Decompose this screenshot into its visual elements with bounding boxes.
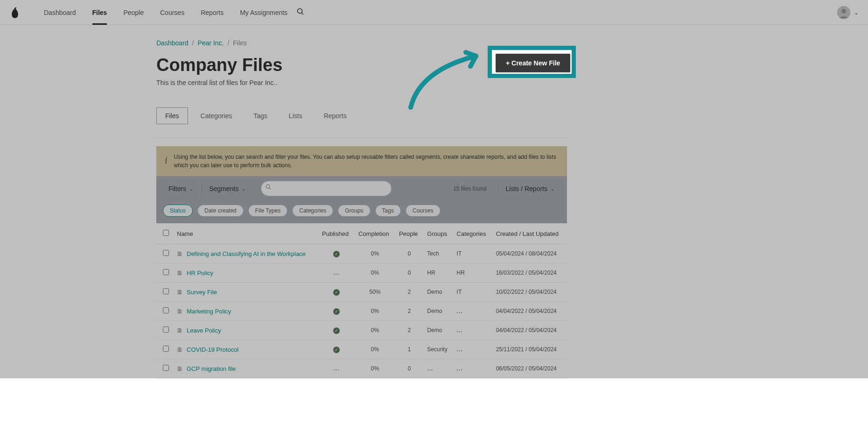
nav-dashboard[interactable]: Dashboard xyxy=(44,0,76,25)
cell-people: 2 xyxy=(395,283,423,302)
cell-people: 0 xyxy=(395,244,423,263)
column-people[interactable]: People xyxy=(395,223,423,244)
nav-people[interactable]: People xyxy=(123,0,144,25)
info-text: Using the list below, you can search and… xyxy=(174,153,559,170)
table-row: 🗎COVID-19 Protocol✓0%1Security...25/11/2… xyxy=(156,340,567,359)
file-link[interactable]: Survey File xyxy=(187,289,217,296)
page-title: Company Files xyxy=(156,55,282,75)
lists-reports-dropdown[interactable]: Lists / Reports⌄ xyxy=(500,181,560,196)
row-checkbox[interactable] xyxy=(163,307,169,313)
row-checkbox[interactable] xyxy=(163,250,169,256)
logo-pear-icon xyxy=(9,6,21,19)
table-row: 🗎HR Policy...0%0HRHR16/03/2022 / 05/04/2… xyxy=(156,263,567,283)
nav-courses[interactable]: Courses xyxy=(160,0,184,25)
file-link[interactable]: GCP migration file xyxy=(187,365,236,372)
table-row: 🗎Leave Policy✓0%2Demo...04/04/2022 / 05/… xyxy=(156,321,567,340)
svg-line-1 xyxy=(302,13,304,14)
search-icon[interactable] xyxy=(297,8,304,17)
subtab-files[interactable]: Files xyxy=(156,107,188,124)
search-input[interactable] xyxy=(261,181,392,196)
subtabs: FilesCategoriesTagsListsReports xyxy=(156,107,567,124)
cell-groups: Security xyxy=(423,340,453,359)
cell-groups: Demo xyxy=(423,321,453,340)
avatar-icon xyxy=(837,6,850,19)
cell-categories: ... xyxy=(453,302,492,321)
row-checkbox[interactable] xyxy=(163,365,169,371)
column-published[interactable]: Published xyxy=(318,223,355,244)
cell-groups: Tech xyxy=(423,244,453,263)
file-link[interactable]: Leave Policy xyxy=(187,327,221,334)
svg-point-0 xyxy=(298,8,302,13)
cell-people: 2 xyxy=(395,302,423,321)
cell-people: 1 xyxy=(395,340,423,359)
subtab-lists[interactable]: Lists xyxy=(280,107,311,124)
chevron-down-icon: ⌄ xyxy=(241,185,246,192)
file-icon: 🗎 xyxy=(177,289,183,296)
row-checkbox[interactable] xyxy=(163,327,169,333)
select-all-checkbox[interactable] xyxy=(163,230,169,236)
cell-completion: 0% xyxy=(355,263,395,283)
cell-groups: Demo xyxy=(423,302,453,321)
column-categories[interactable]: Categories xyxy=(453,223,492,244)
filter-chips: StatusDate createdFile TypesCategoriesGr… xyxy=(156,201,567,223)
column-name[interactable]: Name xyxy=(173,223,318,244)
file-link[interactable]: Marketing Policy xyxy=(187,308,231,315)
cell-groups: Demo xyxy=(423,283,453,302)
file-icon: 🗎 xyxy=(177,327,183,334)
search-icon xyxy=(266,184,272,192)
unpublished-indicator: ... xyxy=(334,270,340,276)
published-check-icon: ✓ xyxy=(333,347,340,353)
subtab-categories[interactable]: Categories xyxy=(192,107,241,124)
published-check-icon: ✓ xyxy=(333,251,340,257)
file-link[interactable]: Defining and Classifying AI in the Workp… xyxy=(187,250,306,257)
nav-reports[interactable]: Reports xyxy=(201,0,224,25)
subtab-reports[interactable]: Reports xyxy=(315,107,356,124)
toolbar: Filters⌄ Segments⌄ 15 files found Lists … xyxy=(156,176,567,201)
chip-status[interactable]: Status xyxy=(163,205,193,217)
file-icon: 🗎 xyxy=(177,346,183,353)
row-checkbox[interactable] xyxy=(163,346,169,352)
user-menu[interactable]: ⌄ xyxy=(837,6,859,19)
divider xyxy=(156,137,567,138)
info-banner: i Using the list below, you can search a… xyxy=(156,146,567,176)
cell-groups: ... xyxy=(423,359,453,378)
files-table: NamePublishedCompletionPeopleGroupsCateg… xyxy=(156,223,567,378)
row-checkbox[interactable] xyxy=(163,288,169,294)
chip-courses[interactable]: Courses xyxy=(406,205,441,217)
cell-completion: 0% xyxy=(355,359,395,378)
cell-completion: 0% xyxy=(355,340,395,359)
info-icon: i xyxy=(165,153,168,165)
files-found-label: 15 files found xyxy=(453,185,486,192)
table-row: 🗎Defining and Classifying AI in the Work… xyxy=(156,244,567,263)
table-row: 🗎Survey File✓50%2DemoIT10/02/2022 / 05/0… xyxy=(156,283,567,302)
filters-dropdown[interactable]: Filters⌄ xyxy=(163,181,199,196)
chip-groups[interactable]: Groups xyxy=(338,205,370,217)
segments-dropdown[interactable]: Segments⌄ xyxy=(203,181,252,196)
column-created-last-updated[interactable]: Created / Last Updated xyxy=(492,223,567,244)
breadcrumb-pear-inc-[interactable]: Pear Inc. xyxy=(197,39,224,47)
chip-file-types[interactable]: File Types xyxy=(248,205,287,217)
column-groups[interactable]: Groups xyxy=(423,223,453,244)
chip-date-created[interactable]: Date created xyxy=(197,205,244,217)
chip-categories[interactable]: Categories xyxy=(292,205,333,217)
create-new-file-button[interactable]: + Create New File xyxy=(492,55,567,74)
nav-my-assignments[interactable]: My Assignments xyxy=(240,0,287,25)
file-icon: 🗎 xyxy=(177,250,183,257)
chip-tags[interactable]: Tags xyxy=(375,205,401,217)
cell-completion: 0% xyxy=(355,321,395,340)
cell-completion: 0% xyxy=(355,244,395,263)
breadcrumb-dashboard[interactable]: Dashboard xyxy=(156,39,189,47)
cell-people: 2 xyxy=(395,321,423,340)
file-link[interactable]: COVID-19 Protocol xyxy=(187,346,238,353)
unpublished-indicator: ... xyxy=(334,365,340,372)
cell-dates: 04/04/2022 / 05/04/2024 xyxy=(492,321,567,340)
svg-line-5 xyxy=(270,188,271,190)
column-completion[interactable]: Completion xyxy=(355,223,395,244)
nav-files[interactable]: Files xyxy=(92,0,107,25)
breadcrumb-files: Files xyxy=(233,39,247,47)
file-link[interactable]: HR Policy xyxy=(187,270,213,277)
row-checkbox[interactable] xyxy=(163,269,169,275)
cell-categories: ... xyxy=(453,359,492,378)
subtab-tags[interactable]: Tags xyxy=(245,107,276,124)
cell-dates: 04/04/2022 / 05/04/2024 xyxy=(492,302,567,321)
